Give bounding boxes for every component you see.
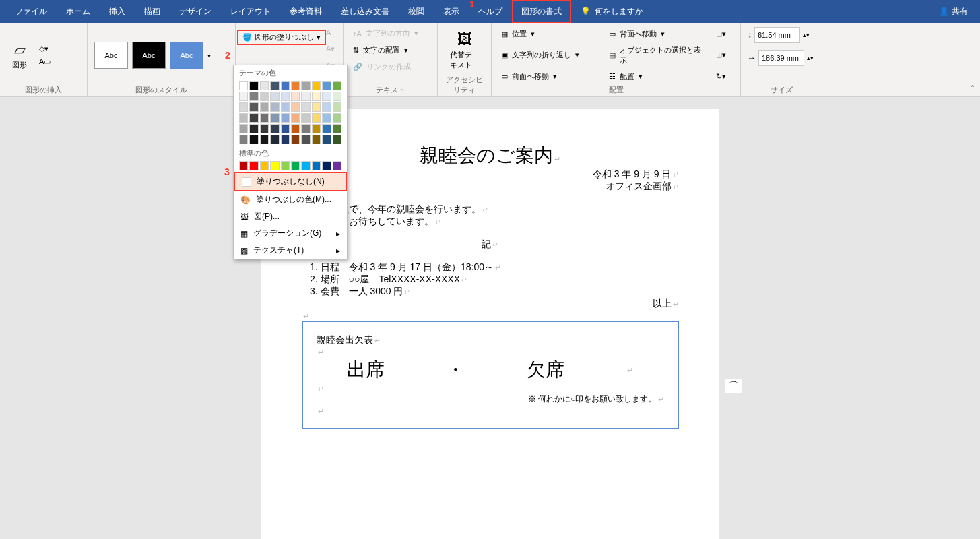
- color-swatch[interactable]: [312, 135, 321, 144]
- color-swatch[interactable]: [260, 113, 269, 123]
- color-swatch[interactable]: [301, 135, 310, 144]
- textbox-icon[interactable]: A▭: [36, 56, 53, 67]
- color-swatch[interactable]: [281, 135, 290, 144]
- send-backward-button[interactable]: ▭背面へ移動▾: [606, 28, 705, 40]
- color-swatch[interactable]: [322, 102, 331, 112]
- share-button[interactable]: 👤 共有: [932, 0, 975, 23]
- layout-options-button[interactable]: ⌒: [725, 379, 742, 393]
- color-swatch[interactable]: [322, 92, 331, 101]
- more-fill-colors-item[interactable]: 🎨 塗りつぶしの色(M)...: [234, 191, 347, 208]
- ribbon-collapse-button[interactable]: ˄: [971, 84, 975, 94]
- selected-textbox[interactable]: 親睦会出欠表 出席 ・ 欠席 ※ 何れかに○印をお願い致します。: [302, 321, 679, 429]
- color-swatch[interactable]: [260, 135, 269, 144]
- color-swatch[interactable]: [312, 102, 321, 112]
- color-swatch[interactable]: [239, 161, 248, 170]
- tab-design[interactable]: デザイン: [170, 0, 221, 23]
- tab-help[interactable]: ヘルプ: [469, 0, 512, 23]
- color-swatch[interactable]: [291, 161, 300, 170]
- color-swatch[interactable]: [301, 113, 310, 123]
- tab-view[interactable]: 表示: [434, 0, 469, 23]
- color-swatch[interactable]: [281, 113, 290, 123]
- align-objects-button[interactable]: ⊟▾: [713, 28, 733, 40]
- tab-layout[interactable]: レイアウト: [221, 0, 280, 23]
- color-swatch[interactable]: [249, 81, 258, 90]
- tab-file[interactable]: ファイル: [5, 0, 57, 23]
- tab-mailings[interactable]: 差し込み文書: [331, 0, 399, 23]
- spinner-icon[interactable]: ▴▾: [803, 32, 810, 38]
- color-swatch[interactable]: [312, 92, 321, 101]
- color-swatch[interactable]: [333, 113, 341, 123]
- selection-pane-button[interactable]: ▤オブジェクトの選択と表示: [606, 44, 705, 67]
- color-swatch[interactable]: [301, 161, 310, 170]
- color-swatch[interactable]: [239, 113, 248, 123]
- color-swatch[interactable]: [249, 92, 258, 101]
- shape-width-input[interactable]: [758, 50, 804, 66]
- color-swatch[interactable]: [249, 102, 258, 112]
- color-swatch[interactable]: [249, 135, 258, 144]
- insert-shape-button[interactable]: ▱ 図形: [7, 38, 32, 73]
- color-swatch[interactable]: [239, 81, 248, 90]
- color-swatch[interactable]: [260, 124, 269, 133]
- rotate-button[interactable]: ↻▾: [713, 71, 733, 82]
- color-swatch[interactable]: [333, 81, 341, 90]
- color-swatch[interactable]: [249, 161, 258, 170]
- color-swatch[interactable]: [281, 124, 290, 133]
- color-swatch[interactable]: [270, 161, 279, 170]
- style-gallery-more[interactable]: ▾: [207, 52, 211, 59]
- color-swatch[interactable]: [322, 135, 331, 144]
- spinner-icon[interactable]: ▴▾: [807, 55, 814, 61]
- color-swatch[interactable]: [270, 92, 279, 101]
- color-swatch[interactable]: [270, 102, 279, 112]
- alt-text-button[interactable]: 🖼 代替テキスト: [445, 28, 484, 73]
- create-link-button[interactable]: 🔗リンクの作成: [350, 61, 414, 73]
- color-swatch[interactable]: [333, 92, 341, 101]
- position-button[interactable]: ▦位置▾: [498, 28, 597, 40]
- shape-fill-split-button[interactable]: 🪣 図形の塗りつぶし ▾: [237, 30, 326, 45]
- color-swatch[interactable]: [291, 81, 300, 90]
- color-swatch[interactable]: [333, 102, 341, 112]
- color-swatch[interactable]: [301, 81, 310, 90]
- no-fill-item[interactable]: 塗りつぶしなし(N): [234, 172, 347, 191]
- color-swatch[interactable]: [281, 92, 290, 101]
- color-swatch[interactable]: [260, 102, 269, 112]
- color-swatch[interactable]: [260, 161, 269, 170]
- tab-references[interactable]: 参考資料: [280, 0, 331, 23]
- tab-draw[interactable]: 描画: [135, 0, 170, 23]
- color-swatch[interactable]: [270, 135, 279, 144]
- color-swatch[interactable]: [291, 135, 300, 144]
- color-swatch[interactable]: [281, 81, 290, 90]
- shape-style-2[interactable]: Abc: [132, 42, 166, 69]
- color-swatch[interactable]: [312, 113, 321, 123]
- color-swatch[interactable]: [270, 124, 279, 133]
- color-swatch[interactable]: [270, 81, 279, 90]
- text-align-button[interactable]: ⇅文字の配置▾: [350, 44, 411, 57]
- color-swatch[interactable]: [239, 124, 248, 133]
- color-swatch[interactable]: [322, 113, 331, 123]
- tab-shape-format[interactable]: 図形の書式: [512, 0, 571, 23]
- edit-shape-icon[interactable]: ◇▾: [36, 43, 53, 55]
- color-swatch[interactable]: [281, 102, 290, 112]
- tab-review[interactable]: 校閲: [399, 0, 434, 23]
- text-wrap-button[interactable]: ▣文字列の折り返し▾: [498, 49, 597, 61]
- color-swatch[interactable]: [333, 135, 341, 144]
- color-swatch[interactable]: [270, 113, 279, 123]
- gradient-fill-item[interactable]: ▦ グラデーション(G) ▸: [234, 225, 347, 242]
- bring-forward-button[interactable]: ▭前面へ移動▾: [498, 70, 597, 83]
- arrange-align-button[interactable]: ☷配置▾: [606, 70, 705, 83]
- picture-fill-item[interactable]: 🖼 図(P)...: [234, 208, 347, 225]
- color-swatch[interactable]: [291, 124, 300, 133]
- color-swatch[interactable]: [239, 102, 248, 112]
- texture-fill-item[interactable]: ▩ テクスチャ(T) ▸: [234, 242, 347, 259]
- color-swatch[interactable]: [239, 135, 248, 144]
- color-swatch[interactable]: [312, 81, 321, 90]
- color-swatch[interactable]: [260, 81, 269, 90]
- group-objects-button[interactable]: ⊞▾: [713, 49, 733, 61]
- shape-height-input[interactable]: [754, 27, 800, 43]
- color-swatch[interactable]: [249, 124, 258, 133]
- color-swatch[interactable]: [322, 81, 331, 90]
- color-swatch[interactable]: [322, 161, 331, 170]
- color-swatch[interactable]: [301, 92, 310, 101]
- tell-me[interactable]: 💡 何をしますか: [571, 0, 653, 23]
- color-swatch[interactable]: [291, 113, 300, 123]
- color-swatch[interactable]: [322, 124, 331, 133]
